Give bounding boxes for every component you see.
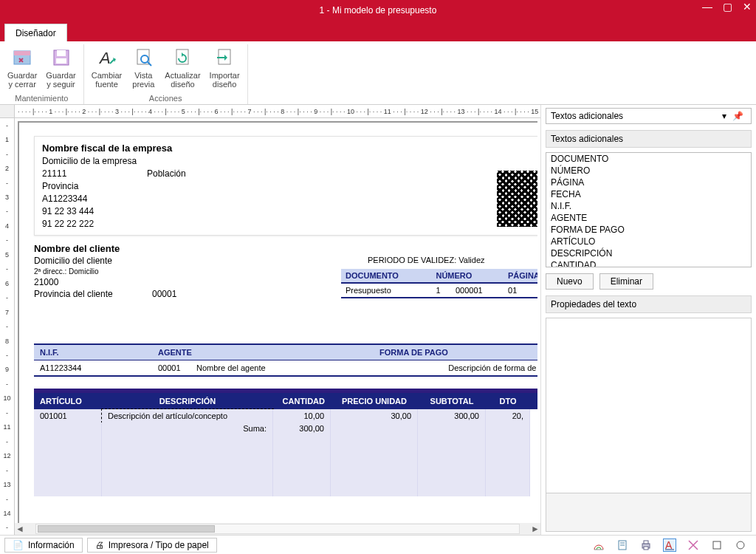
tabstrip: Diseñador [0,21,756,41]
h-precio-unidad: PRECIO UNIDAD [331,393,418,409]
text-tool-icon[interactable]: A [663,538,676,552]
properties-box[interactable] [546,318,752,532]
client-name: Nombre del cliente [34,243,537,254]
save-close-icon [10,46,34,69]
items-row[interactable]: 001001 Descripción del artículo/concepto… [34,409,537,423]
list-item[interactable]: N.I.F. [546,200,751,212]
list-item[interactable]: AGENTE [546,212,751,224]
ruler-corner [0,105,15,118]
status-info-tab[interactable]: 📄 Información [4,538,83,553]
v-agente-name: Nombre del agente [190,360,368,375]
sum-row[interactable]: Suma: 300,00 [34,423,537,496]
group-maintenance: Mantenimiento [15,94,68,103]
list-item[interactable]: DOCUMENTO [546,153,751,165]
ruler-horizontal[interactable]: · · · · |· · · · 1 · · · |· · · · 2 · · … [15,105,540,118]
h-articulo: ARTÍCULO [34,393,102,409]
printer-icon: 🖨 [95,540,104,550]
change-font-label: Cambiar fuente [92,71,123,89]
titlebar: 1 - Mi modelo de presupuesto — ▢ ✕ [0,0,756,21]
svg-rect-3 [57,50,66,56]
v-agente-code: 00001 [152,360,190,375]
delete-button[interactable]: Eliminar [599,273,653,290]
pin-icon[interactable]: 📌 [729,111,746,121]
refresh-doc-icon [171,46,194,69]
list-item[interactable]: CANTIDAD [546,259,751,267]
svg-rect-4 [56,58,66,64]
print-icon[interactable] [639,538,653,552]
qr-code[interactable] [495,169,537,228]
th-documento: DOCUMENTO [341,269,431,283]
suma-value: 300,00 [273,423,331,496]
v-articulo[interactable]: 001001 [34,409,102,423]
tab-designer[interactable]: Diseñador [4,24,67,41]
status-tool-icons: A [592,538,756,552]
preview-button[interactable]: Vista previa [126,44,160,90]
v-dto[interactable]: 20, [486,409,530,423]
design-canvas[interactable]: Nombre fiscal de la empresa Domicilio de… [18,121,537,523]
scroll-left-arrow[interactable]: ◄ [15,524,25,534]
chart-icon[interactable] [592,538,605,552]
minimize-button[interactable]: — [702,1,712,12]
val-documento: Presupuesto [341,283,431,298]
document-header[interactable]: PERIODO DE VALIDEZ: Validez DOCUMENTONÚM… [341,256,537,298]
import-design-label: Importar diseño [210,71,240,89]
ruler-vertical[interactable]: -1-2-3-4-5-6-7-8-9-10-11-12-13-14- [0,118,15,535]
new-button[interactable]: Nuevo [546,273,594,290]
panel-selector[interactable]: Textos adicionales ▾ 📌 [546,108,752,124]
document-icon[interactable] [616,538,629,552]
list-item[interactable]: FECHA [546,188,751,200]
val-numero: 000001 [451,283,504,298]
h-cantidad: CANTIDAD [273,393,331,409]
list-item[interactable]: PÁGINA [546,177,751,188]
v-precio[interactable]: 30,00 [331,409,418,423]
preview-icon [131,46,155,69]
status-printer-tab[interactable]: 🖨 Impresora / Tipo de papel [87,538,217,553]
nif-section[interactable]: N.I.F. AGENTE FORMA DE PAGO A11223344 00… [34,343,537,377]
chevron-down-icon[interactable]: ▾ [719,111,729,121]
list-item[interactable]: ARTÍCULO [546,236,751,247]
v-cantidad[interactable]: 10,00 [273,409,331,423]
circle-icon[interactable] [734,538,747,552]
suma-label: Suma: [108,424,267,433]
th-numero: NÚMERO [431,269,504,283]
scroll-right-arrow[interactable]: ► [530,524,540,534]
v-subtotal[interactable]: 300,00 [418,409,486,423]
scroll-thumb[interactable] [38,525,215,533]
save-close-label: Guardar y cerrar [7,71,37,89]
items-header[interactable]: ARTÍCULO DESCRIPCIÓN CANTIDAD PRECIO UNI… [34,389,537,409]
save-continue-button[interactable]: Guardar y seguir [41,44,80,90]
change-font-button[interactable]: A Cambiar fuente [87,44,127,90]
properties-title: Propiedades del texto [546,295,752,313]
panel-selector-label: Textos adicionales [551,111,719,121]
import-design-button[interactable]: Importar diseño [205,44,244,90]
svg-rect-1 [14,51,30,55]
h-nif: N.I.F. [34,345,152,360]
company-province: Provincia [42,181,147,191]
status-printer-label: Impresora / Tipo de papel [109,540,209,550]
v-descripcion[interactable]: Descripción del artículo/concepto [102,409,273,423]
save-close-button[interactable]: Guardar y cerrar [3,44,41,90]
list-item[interactable]: DESCRIPCIÓN [546,247,751,259]
th-pagina: PÁGINA [504,269,537,283]
square-icon[interactable] [710,538,724,552]
validity-period: PERIODO DE VALIDEZ: Validez [341,256,537,264]
company-name: Nombre fiscal de la empresa [42,143,488,154]
svg-text:A: A [98,49,111,67]
maximize-button[interactable]: ▢ [723,1,732,12]
company-nif: A11223344 [42,194,147,204]
panel-title: Textos adicionales [546,130,752,148]
h-pago: FORMA DE PAGO [374,345,537,360]
list-item[interactable]: FORMA DE PAGO [546,224,751,236]
info-icon: 📄 [13,540,24,550]
update-design-button[interactable]: Actualizar diseño [160,44,205,90]
status-info-label: Información [28,540,75,550]
list-item[interactable]: NÚMERO [546,165,751,177]
close-button[interactable]: ✕ [743,1,752,12]
report-page[interactable]: Nombre fiscal de la empresa Domicilio de… [18,121,537,523]
v-pago: Descripción de forma de pago [368,360,537,375]
update-design-label: Actualizar diseño [165,71,200,89]
textos-listbox[interactable]: DOCUMENTONÚMEROPÁGINAFECHAN.I.F.AGENTEFO… [546,152,752,267]
scissors-icon[interactable] [687,538,700,552]
company-box[interactable]: Nombre fiscal de la empresa Domicilio de… [34,136,537,236]
horizontal-scrollbar[interactable]: ◄ ► [15,523,540,535]
